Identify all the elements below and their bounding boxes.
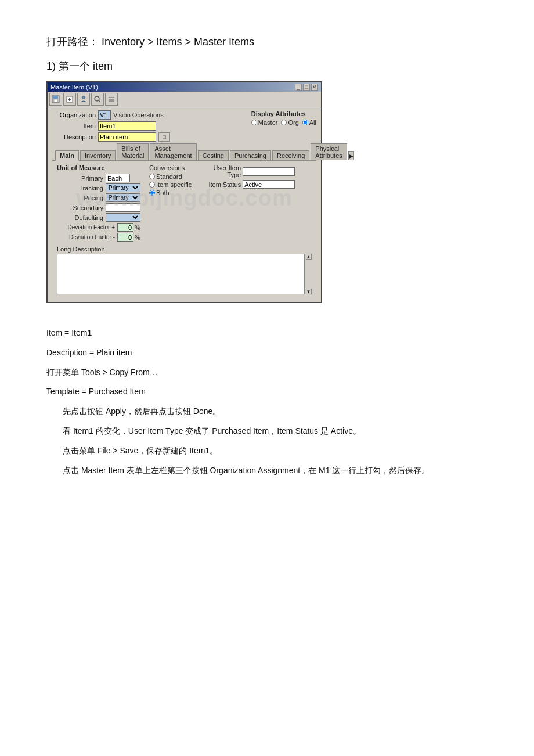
breadcrumb-line: 打开路径： Inventory > Items > Master Items (46, 35, 488, 49)
scroll-down-arrow[interactable]: ▼ (306, 289, 312, 294)
conversions-title: Conversions (149, 164, 192, 171)
apply-done-line: 先点击按钮 Apply，然后再点击按钮 Done。 (46, 405, 488, 419)
defaulting-label: Defaulting (57, 214, 103, 221)
conv-item-specific-label: Item specific (156, 181, 192, 188)
tabs-bar: Main Inventory Bills of Material Asset M… (52, 143, 316, 161)
svg-point-6 (82, 96, 85, 99)
item-status-input[interactable] (243, 180, 295, 189)
tab-inventory[interactable]: Inventory (80, 150, 116, 160)
dev-plus-pct: % (135, 224, 140, 231)
tab-scroll-arrow[interactable]: ▶ (348, 151, 354, 160)
defaulting-row: Defaulting (57, 213, 140, 222)
primary-input[interactable] (106, 174, 130, 182)
conversions-area: Conversions Standard Item specific Both (149, 164, 192, 197)
tracking-select[interactable]: Primary (106, 183, 140, 192)
dev-plus-label: Deviation Factor + (57, 224, 115, 231)
secondary-input[interactable] (106, 203, 140, 212)
svg-rect-1 (53, 96, 58, 99)
radio-all[interactable]: All (302, 119, 316, 126)
conv-standard-label: Standard (156, 173, 182, 180)
svg-point-7 (95, 96, 99, 101)
assign-line: 点击 Master Item 表单上左栏第三个按钮 Organization A… (46, 464, 488, 478)
primary-row: Primary (57, 174, 140, 182)
tools-line: 打开菜单 Tools > Copy From… (46, 366, 488, 380)
tab-receiving[interactable]: Receiving (272, 150, 309, 160)
defaulting-select[interactable] (106, 213, 140, 222)
pricing-label: Pricing (57, 195, 103, 201)
item-line: Item = Item1 (46, 326, 488, 340)
minimize-btn[interactable]: _ (295, 84, 302, 91)
svg-line-8 (99, 100, 100, 102)
toolbar-btn-4[interactable] (91, 93, 104, 106)
display-attrs-radios: Master Org All (251, 119, 316, 126)
display-attrs-title: Display Attributes (251, 110, 316, 117)
secondary-row: Secondary (57, 203, 140, 212)
tracking-label: Tracking (57, 185, 103, 192)
dev-minus-input[interactable] (117, 233, 134, 242)
user-item-type-row: User Item Type (203, 164, 295, 178)
long-desc-textarea[interactable] (57, 254, 305, 294)
desc-button[interactable]: □ (158, 132, 170, 142)
conv-both-label: Both (156, 189, 169, 196)
tab-physical[interactable]: Physical Attributes (311, 143, 347, 160)
radio-all-label: All (309, 119, 316, 126)
org-name: Vision Operations (113, 111, 164, 118)
display-attrs-panel: Display Attributes Master Org All (251, 110, 316, 126)
long-desc-section: Long Description ▲ ▼ (57, 246, 312, 296)
maximize-btn[interactable]: □ (303, 84, 310, 91)
org-row: Organization Vision Operations (52, 110, 246, 120)
desc-input[interactable] (98, 132, 156, 142)
conv-item-specific[interactable]: Item specific (149, 181, 192, 188)
dev-plus-input[interactable] (117, 223, 134, 232)
tab-asset[interactable]: Asset Management (150, 143, 196, 160)
conv-both[interactable]: Both (149, 189, 192, 196)
item-label: Item (52, 123, 96, 129)
desc-row: Description □ (52, 132, 246, 142)
user-item-type-input[interactable] (243, 167, 295, 176)
tab-costing[interactable]: Costing (198, 150, 229, 160)
radio-org[interactable]: Org (281, 119, 298, 126)
close-btn[interactable]: ✕ (311, 84, 318, 91)
svg-rect-2 (54, 99, 57, 102)
radio-master[interactable]: Master (251, 119, 278, 126)
toolbar-btn-5[interactable] (105, 93, 118, 106)
org-label: Organization (52, 111, 96, 118)
item-row: Item (52, 121, 246, 131)
desc-line: Description = Plain item (46, 346, 488, 360)
dev-plus-row: Deviation Factor + % (57, 223, 140, 232)
tab-main-content: Unit of Measure Primary Tracking Primary (52, 161, 316, 299)
toolbar-btn-3[interactable] (77, 93, 90, 106)
pricing-select[interactable]: Primary (106, 193, 140, 202)
window-title: Master Item (V1) (50, 84, 98, 91)
item-status-row: Item Status (203, 180, 295, 189)
tracking-row: Tracking Primary (57, 183, 140, 192)
observe-line: 看 Item1 的变化，User Item Type 变成了 Purchased… (46, 424, 488, 438)
conv-standard[interactable]: Standard (149, 173, 192, 180)
titlebar-buttons[interactable]: _ □ ✕ (295, 84, 318, 91)
primary-label: Primary (57, 175, 103, 182)
tab-main[interactable]: Main (55, 150, 79, 161)
dev-minus-label: Deviation Factor - (57, 234, 115, 240)
oracle-window: Master Item (V1) _ □ ✕ (46, 81, 322, 303)
item-status-label: Item Status (203, 181, 241, 188)
scrollbar-vertical[interactable]: ▲ ▼ (305, 254, 312, 294)
org-input[interactable] (98, 110, 111, 120)
secondary-label: Secondary (57, 204, 103, 211)
uom-fields: Unit of Measure Primary Tracking Primary (57, 164, 140, 243)
toolbar-btn-2[interactable] (63, 93, 76, 106)
long-desc-scroll-area: ▲ ▼ (57, 254, 312, 296)
tab-purchasing[interactable]: Purchasing (230, 150, 271, 160)
item-input[interactable] (98, 121, 156, 131)
section-title: 1) 第一个 item (46, 59, 488, 73)
tab-bom[interactable]: Bills of Material (117, 143, 149, 160)
toolbar-btn-1[interactable] (49, 93, 62, 106)
scroll-up-arrow[interactable]: ▲ (306, 254, 312, 260)
uom-title: Unit of Measure (57, 164, 140, 171)
radio-org-label: Org (288, 119, 298, 126)
titlebar: Master Item (V1) _ □ ✕ (48, 82, 321, 92)
template-line: Template = Purchased Item (46, 385, 488, 399)
toolbar (48, 92, 321, 107)
right-info-area: User Item Type Item Status (203, 164, 295, 190)
desc-label: Description (52, 134, 96, 141)
text-content: Item = Item1 Description = Plain item 打开… (46, 326, 488, 477)
